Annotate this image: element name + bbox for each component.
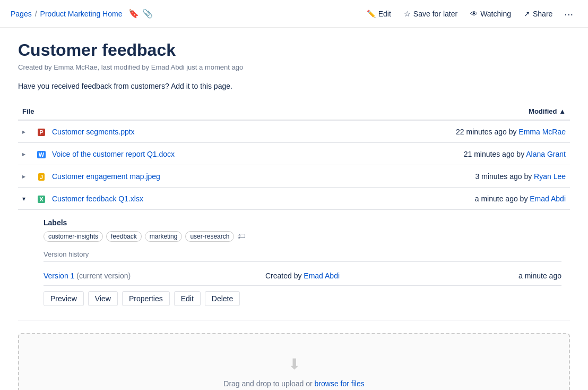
more-options-button[interactable]: ··· bbox=[560, 5, 577, 22]
add-label-icon[interactable]: 🏷 bbox=[237, 232, 246, 241]
col-modified: Modified ▲ bbox=[336, 103, 570, 120]
breadcrumb: Pages / Product Marketing Home 🔖 📎 bbox=[11, 9, 153, 19]
version-history-section: Version history Version 1 (current versi… bbox=[44, 250, 561, 311]
version-user-link[interactable]: Emad Abdi bbox=[304, 272, 340, 280]
upload-zone[interactable]: ⬇ Drag and drop to upload or browse for … bbox=[18, 333, 570, 390]
version-created-by: Created by bbox=[265, 272, 304, 280]
modified-cell: 21 minutes ago by Alana Grant bbox=[336, 143, 570, 165]
version-history-title: Version history bbox=[44, 250, 561, 262]
file-name-cell: ▸ W Voice of the customer report Q1.docx bbox=[22, 148, 332, 159]
label-tag[interactable]: marketing bbox=[145, 231, 183, 242]
upload-text: Drag and drop to upload or browse for fi… bbox=[30, 379, 558, 388]
action-btn-view[interactable]: View bbox=[88, 291, 118, 306]
expand-arrow[interactable]: ▸ bbox=[22, 173, 31, 180]
top-actions: ✏️ Edit ☆ Save for later 👁 Watching ↗ Sh… bbox=[361, 5, 577, 22]
file-link[interactable]: Customer segments.pptx bbox=[52, 128, 135, 136]
file-type-icon: W bbox=[35, 148, 48, 159]
labels-title: Labels bbox=[44, 218, 561, 227]
version-row: Version 1 (current version) Created by E… bbox=[44, 266, 561, 286]
action-btn-properties[interactable]: Properties bbox=[122, 291, 170, 306]
version-current: (current version) bbox=[76, 272, 131, 280]
page-title: Customer feedback bbox=[18, 40, 570, 60]
file-table: File Modified ▲ ▸ P Customer segments.pp… bbox=[18, 103, 570, 320]
version-time: a minute ago bbox=[518, 272, 561, 280]
share-button[interactable]: ↗ Share bbox=[518, 6, 558, 21]
breadcrumb-pages[interactable]: Pages bbox=[11, 10, 32, 18]
labels-section: Labels customer-insightsfeedbackmarketin… bbox=[44, 218, 561, 242]
action-btn-edit[interactable]: Edit bbox=[174, 291, 201, 306]
upload-arrow-icon: ⬇ bbox=[30, 355, 558, 373]
file-name-cell: ▾ X Customer feedback Q1.xlsx bbox=[22, 193, 332, 204]
main-content: Customer feedback Created by Emma McRae,… bbox=[7, 28, 581, 390]
expanded-row: Labels customer-insightsfeedbackmarketin… bbox=[18, 210, 570, 320]
browse-link[interactable]: browse for files bbox=[315, 379, 365, 388]
watching-button[interactable]: 👁 Watching bbox=[465, 6, 516, 21]
modified-cell: 3 minutes ago by Ryan Lee bbox=[336, 165, 570, 188]
bookmark-icon[interactable]: 🔖 bbox=[128, 9, 139, 19]
version-actions: PreviewViewPropertiesEditDelete bbox=[44, 286, 561, 311]
file-type-icon: J bbox=[35, 171, 48, 182]
table-row: ▸ P Customer segments.pptx 22 minutes ag… bbox=[18, 120, 570, 143]
breadcrumb-icons: 🔖 📎 bbox=[128, 9, 153, 19]
file-type-icon: P bbox=[35, 126, 48, 137]
expand-arrow[interactable]: ▾ bbox=[22, 195, 31, 202]
file-name-cell: ▸ J Customer engagement map.jpeg bbox=[22, 171, 332, 182]
file-name-cell: ▸ P Customer segments.pptx bbox=[22, 126, 332, 137]
expand-arrow[interactable]: ▸ bbox=[22, 150, 31, 158]
top-bar: Pages / Product Marketing Home 🔖 📎 ✏️ Ed… bbox=[0, 0, 588, 28]
table-row: ▸ W Voice of the customer report Q1.docx… bbox=[18, 143, 570, 165]
labels-list: customer-insightsfeedbackmarketinguser-r… bbox=[44, 231, 561, 242]
file-type-icon: X bbox=[35, 193, 48, 204]
file-link[interactable]: Customer engagement map.jpeg bbox=[52, 172, 160, 181]
user-link[interactable]: Alana Grant bbox=[526, 150, 566, 158]
share-icon: ↗ bbox=[524, 10, 530, 18]
user-link[interactable]: Emma McRae bbox=[518, 128, 566, 136]
expanded-content: Labels customer-insightsfeedbackmarketin… bbox=[18, 210, 570, 320]
version-link[interactable]: Version 1 bbox=[44, 272, 74, 280]
star-icon: ☆ bbox=[404, 10, 411, 18]
label-tag[interactable]: user-research bbox=[185, 231, 234, 242]
modified-cell: a minute ago by Emad Abdi bbox=[336, 188, 570, 210]
modified-cell: 22 minutes ago by Emma McRae bbox=[336, 120, 570, 143]
label-tag[interactable]: feedback bbox=[106, 231, 142, 242]
page-meta: Created by Emma McRae, last modified by … bbox=[18, 63, 570, 71]
file-link[interactable]: Voice of the customer report Q1.docx bbox=[52, 150, 175, 158]
col-file: File bbox=[18, 103, 336, 120]
link-icon[interactable]: 📎 bbox=[142, 9, 153, 19]
intro-text: Have you received feedback from customer… bbox=[18, 82, 570, 90]
breadcrumb-separator: / bbox=[35, 10, 37, 18]
file-link[interactable]: Customer feedback Q1.xlsx bbox=[52, 194, 143, 203]
expand-arrow[interactable]: ▸ bbox=[22, 128, 31, 135]
label-tag[interactable]: customer-insights bbox=[44, 231, 103, 242]
table-row: ▸ J Customer engagement map.jpeg 3 minut… bbox=[18, 165, 570, 188]
user-link[interactable]: Ryan Lee bbox=[534, 172, 566, 181]
user-link[interactable]: Emad Abdi bbox=[530, 194, 566, 203]
save-for-later-button[interactable]: ☆ Save for later bbox=[399, 6, 463, 21]
breadcrumb-page[interactable]: Product Marketing Home bbox=[40, 10, 123, 18]
eye-icon: 👁 bbox=[470, 10, 478, 18]
edit-button[interactable]: ✏️ Edit bbox=[361, 6, 396, 21]
action-btn-delete[interactable]: Delete bbox=[205, 291, 240, 306]
edit-icon: ✏️ bbox=[367, 10, 376, 18]
action-btn-preview[interactable]: Preview bbox=[44, 291, 84, 306]
table-row: ▾ X Customer feedback Q1.xlsx a minute a… bbox=[18, 188, 570, 210]
